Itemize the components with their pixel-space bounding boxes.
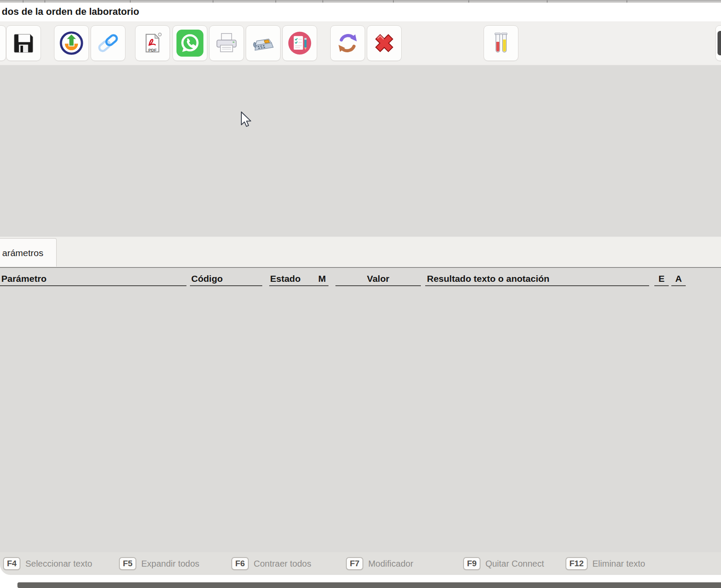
f6-key-label: Contraer todos <box>254 559 311 569</box>
column-header-estado-m[interactable]: Estado M <box>269 271 328 286</box>
tab-bar: arámetros <box>0 237 721 267</box>
upload-button[interactable] <box>54 25 89 61</box>
f4-key-badge: F4 <box>3 557 20 570</box>
f12-key-label: Eliminar texto <box>592 559 645 569</box>
column-header-parametro[interactable]: Parámetro <box>0 271 186 286</box>
f7-key-label: Modificador <box>368 559 413 569</box>
export-pdf-button[interactable]: PDF <box>135 25 170 61</box>
column-header-m: M <box>318 271 326 285</box>
checklist-circle-icon <box>287 30 313 56</box>
whatsapp-icon <box>176 29 204 57</box>
f6-key-badge: F6 <box>231 557 249 570</box>
fax-button[interactable] <box>246 25 281 61</box>
svg-text:PDF: PDF <box>148 47 156 52</box>
toolbar: PDF <box>0 21 721 65</box>
column-header-resultado[interactable]: Resultado texto o anotación <box>425 271 649 286</box>
tab-parametros[interactable]: arámetros <box>0 238 57 267</box>
page-title: dos de la orden de laboratorio <box>2 6 139 17</box>
title-bar: dos de la orden de laboratorio <box>0 3 721 21</box>
fkey-hint-f4: F4 Seleccionar texto <box>3 557 92 570</box>
parameters-grid-body[interactable] <box>0 287 721 552</box>
column-header-valor[interactable]: Valor <box>335 271 421 286</box>
fkey-hint-f9: F9 Quitar Connect <box>463 557 544 570</box>
floppy-disk-icon <box>11 31 36 55</box>
order-detail-panel <box>0 65 721 237</box>
printer-icon <box>214 31 239 55</box>
whatsapp-button[interactable] <box>173 25 207 61</box>
function-key-bar: F4 Seleccionar texto F5 Expandir todos F… <box>0 552 721 575</box>
column-header-a[interactable]: A <box>671 271 686 286</box>
pdf-document-icon: PDF <box>141 31 164 55</box>
fax-machine-icon <box>250 30 276 56</box>
parameters-grid: Parámetro Código Estado M Valor Resultad… <box>0 268 721 552</box>
cropped-right-icon <box>718 31 721 55</box>
fkey-hint-f12: F12 Eliminar texto <box>565 557 645 570</box>
column-header-e[interactable]: E <box>654 271 669 286</box>
column-header-estado: Estado <box>270 271 301 285</box>
fkey-hint-f6: F6 Contraer todos <box>231 557 311 570</box>
cancel-button[interactable] <box>367 25 402 61</box>
column-header-codigo[interactable]: Código <box>190 271 262 286</box>
lab-results-window: dos de la orden de laboratorio <box>0 0 721 588</box>
save-button[interactable] <box>6 25 41 61</box>
report-button[interactable] <box>282 25 317 61</box>
f12-key-badge: F12 <box>565 557 588 570</box>
test-tubes-icon <box>489 31 513 55</box>
upload-circle-icon <box>59 30 84 56</box>
link-button[interactable] <box>91 25 125 61</box>
f9-key-badge: F9 <box>463 557 481 570</box>
f7-key-badge: F7 <box>346 557 363 570</box>
fkey-hint-f5: F5 Expandir todos <box>119 557 200 570</box>
chain-link-icon <box>96 31 120 55</box>
bottom-window-edge <box>17 582 721 588</box>
cropped-right-button[interactable] <box>715 25 721 61</box>
refresh-arrows-icon <box>335 30 360 56</box>
f4-key-label: Seleccionar texto <box>25 559 92 569</box>
f5-key-badge: F5 <box>119 557 136 570</box>
f9-key-label: Quitar Connect <box>485 559 544 569</box>
tab-parametros-label: arámetros <box>2 248 44 258</box>
refresh-button[interactable] <box>330 25 365 61</box>
print-button[interactable] <box>209 25 244 61</box>
fkey-hint-f7: F7 Modificador <box>346 557 413 570</box>
red-x-icon <box>371 30 397 56</box>
samples-button[interactable] <box>484 25 518 61</box>
f5-key-label: Expandir todos <box>141 559 199 569</box>
cropped-left-button[interactable] <box>0 25 6 61</box>
